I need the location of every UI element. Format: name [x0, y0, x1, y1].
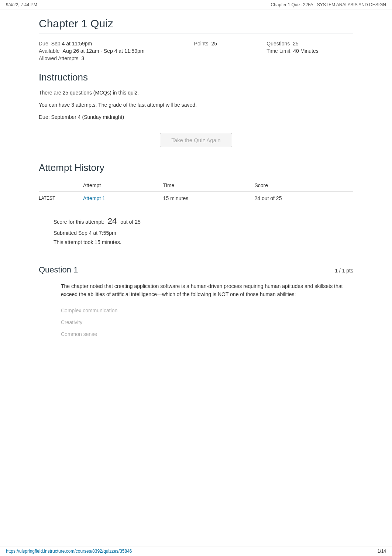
submitted-line: Submitted Sep 4 at 7:55pm: [54, 229, 353, 238]
attempt-score: 24 out of 25: [254, 192, 353, 205]
take-quiz-button[interactable]: Take the Quiz Again: [160, 133, 232, 147]
question-1-body: The chapter noted that creating applicat…: [39, 282, 353, 299]
attempt-table: Attempt Time Score LATEST Attempt 1: [39, 179, 353, 205]
attempt-history-title: Attempt History: [39, 162, 353, 174]
instruction-line-1: There are 25 questions (MCQs) in this qu…: [39, 89, 353, 97]
score-line: Score for this attempt: 24 out of 25: [54, 214, 353, 229]
button-area: Take the Quiz Again: [39, 133, 353, 147]
answer-option-3: Common sense: [61, 331, 353, 337]
meta-grid: Due Sep 4 at 11:59pm Points 25 Questions…: [39, 41, 353, 61]
latest-label: LATEST: [39, 192, 83, 205]
points-row: Points 25: [194, 41, 252, 47]
time-limit-label: Time Limit: [267, 48, 290, 54]
score-large: 24: [108, 216, 117, 226]
attempt-time: 15 minutes: [163, 192, 255, 205]
spacer2: [194, 55, 252, 61]
question-1-section: Question 1 1 / 1 pts The chapter noted t…: [39, 265, 353, 337]
answer-option-1: Complex communication: [61, 308, 353, 313]
col-header-time: Time: [163, 179, 255, 192]
due-label: Due: [39, 41, 48, 47]
due-value: Sep 4 at 11:59pm: [51, 41, 92, 47]
question-1-header: Question 1 1 / 1 pts: [39, 265, 353, 275]
allowed-value: 3: [81, 55, 84, 61]
page-content: Chapter 1 Quiz Due Sep 4 at 11:59pm Poin…: [30, 10, 362, 359]
instruction-line-2: You can have 3 attempts. The grade of th…: [39, 101, 353, 109]
top-bar-title: Chapter 1 Quiz: 22FA - SYSTEM ANALYSIS A…: [271, 2, 386, 7]
questions-row: Questions 25: [267, 41, 353, 47]
page-title: Chapter 1 Quiz: [39, 17, 353, 34]
attempt-1-link[interactable]: Attempt 1: [83, 195, 105, 201]
questions-label: Questions: [267, 41, 290, 47]
allowed-row: Allowed Attempts 3: [39, 55, 179, 61]
table-row: LATEST Attempt 1 15 minutes 24 out of 25: [39, 192, 353, 205]
questions-value: 25: [293, 41, 299, 47]
available-row: Available Aug 26 at 12am - Sep 4 at 11:5…: [39, 48, 179, 54]
points-value: 25: [211, 41, 217, 47]
top-bar: 9/4/22, 7:44 PM Chapter 1 Quiz: 22FA - S…: [0, 0, 392, 10]
score-suffix: out of 25: [120, 219, 141, 225]
score-prefix: Score for this attempt:: [54, 219, 104, 225]
question-1-title: Question 1: [39, 265, 78, 275]
instructions-section: Instructions There are 25 questions (MCQ…: [39, 72, 353, 121]
instruction-line-3: Due: September 4 (Sunday midnight): [39, 113, 353, 121]
allowed-label: Allowed Attempts: [39, 55, 78, 61]
question-1-pts: 1 / 1 pts: [335, 268, 353, 274]
available-value: Aug 26 at 12am - Sep 4 at 11:59pm: [63, 48, 145, 54]
took-line: This attempt took 15 minutes.: [54, 238, 353, 247]
attempt-link-cell[interactable]: Attempt 1: [83, 192, 163, 205]
col-header-attempt: Attempt: [83, 179, 163, 192]
time-limit-row: Time Limit 40 Minutes: [267, 48, 353, 54]
top-bar-datetime: 9/4/22, 7:44 PM: [6, 2, 37, 7]
due-row: Due Sep 4 at 11:59pm: [39, 41, 179, 47]
attempt-table-header: Attempt Time Score: [39, 179, 353, 192]
answer-option-2: Creativity: [61, 319, 353, 325]
time-limit-value: 40 Minutes: [293, 48, 318, 54]
spacer3: [267, 55, 353, 61]
spacer1: [194, 48, 252, 54]
available-label: Available: [39, 48, 60, 54]
col-header-empty: [39, 179, 83, 192]
score-summary: Score for this attempt: 24 out of 25 Sub…: [39, 214, 353, 247]
col-header-score: Score: [254, 179, 353, 192]
points-label: Points: [194, 41, 209, 47]
section-divider: [39, 256, 353, 256]
attempt-history-section: Attempt History Attempt Time Score: [39, 162, 353, 205]
answer-options: Complex communication Creativity Common …: [39, 308, 353, 337]
instructions-title: Instructions: [39, 72, 353, 83]
